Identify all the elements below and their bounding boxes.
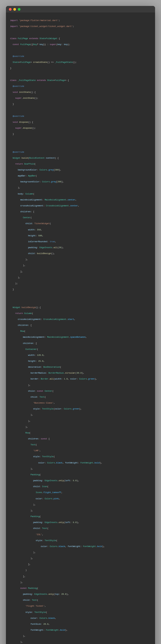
- minimize-icon[interactable]: [13, 8, 16, 11]
- code-editor[interactable]: import 'package:flutter/material.dart'; …: [6, 12, 155, 644]
- editor-window: import 'package:flutter/material.dart'; …: [6, 6, 155, 644]
- close-icon[interactable]: [9, 8, 12, 11]
- maximize-icon[interactable]: [18, 8, 20, 11]
- window-titlebar: [6, 6, 155, 12]
